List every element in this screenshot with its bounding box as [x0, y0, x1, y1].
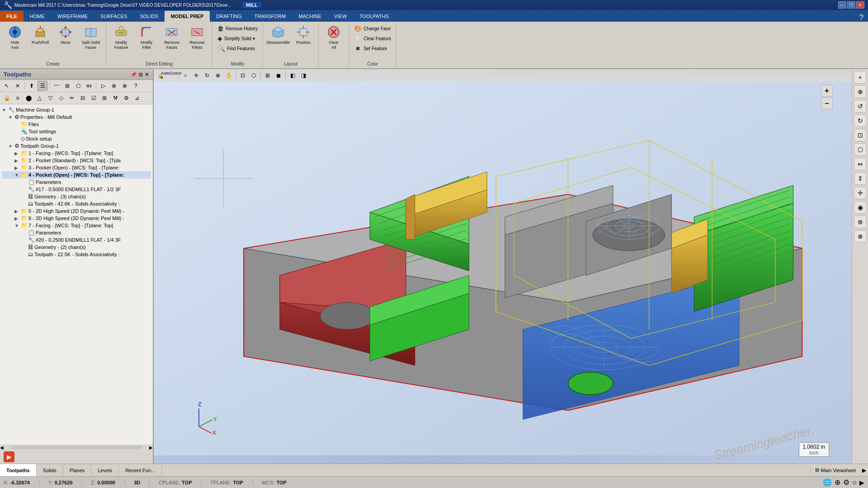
- panel-close-icon[interactable]: ✕: [145, 71, 149, 78]
- expand-icon[interactable]: ▼: [14, 223, 20, 228]
- vp-fit-button[interactable]: ⊡: [238, 70, 248, 80]
- tab-transform[interactable]: TRANSFORM: [248, 11, 292, 22]
- delete-button[interactable]: ✕: [13, 81, 23, 91]
- vp-front-button[interactable]: ◧: [288, 70, 297, 80]
- rt-btn-7[interactable]: ⇔: [854, 158, 867, 170]
- tab-solids-bottom[interactable]: Solids: [37, 464, 63, 476]
- select-tool-button[interactable]: ↖: [2, 81, 12, 91]
- extra-button[interactable]: ⊿: [132, 93, 142, 103]
- tab-model-prep[interactable]: MODEL PREP: [165, 11, 210, 22]
- tab-file[interactable]: FILE: [0, 11, 24, 22]
- tree-tp-7[interactable]: ▶ 🗂 Toolpath - 22.5K - Solids Associativ…: [2, 251, 151, 258]
- tab-planes-bottom[interactable]: Planes: [63, 464, 92, 476]
- tree-op-3[interactable]: ▶ 📁 3 - Pocket (Open) - [WCS: Top] - [Tp…: [2, 164, 151, 171]
- close-button[interactable]: ✕: [856, 1, 864, 9]
- tree-tool-17[interactable]: ▶ 🔧 #17 - 0.5000 ENDMILL1 FLAT - 1/2 3F: [2, 186, 151, 193]
- tab-home[interactable]: HOME: [24, 11, 51, 22]
- vp-shade-button[interactable]: ◼: [274, 70, 283, 80]
- modify-fillet-button[interactable]: ModifyFillet: [134, 23, 159, 52]
- zoom-in-button[interactable]: +: [821, 85, 833, 97]
- remove-fillets-button[interactable]: RemoveFillets: [185, 23, 209, 52]
- vp-wire-button[interactable]: ⊞: [263, 70, 273, 80]
- settings-status-icon[interactable]: ⚙: [843, 478, 849, 487]
- minimize-button[interactable]: —: [838, 1, 846, 9]
- tree-geo-4[interactable]: ▶ ⛓ Geometry - (3) chain(s): [2, 193, 151, 200]
- vp-move-button[interactable]: ✛: [191, 70, 201, 80]
- tree-op-7[interactable]: ▼ 📁 7 - Facing - [WCS: Top] - [Tplane: T…: [2, 222, 151, 229]
- path-button[interactable]: ⬡: [73, 81, 83, 91]
- expand-icon[interactable]: ⊕: [835, 478, 840, 487]
- tab-wireframe[interactable]: WIREFRAME: [51, 11, 94, 22]
- lock-button[interactable]: 🔒: [2, 93, 12, 103]
- tab-toolpaths[interactable]: TOOLPATHS: [353, 11, 395, 22]
- vp-select-button[interactable]: ○: [180, 70, 190, 80]
- layers-button[interactable]: ⊞: [62, 81, 72, 91]
- vp-pan-button[interactable]: ✋: [224, 70, 234, 80]
- tab-solids[interactable]: SOLIDS: [133, 11, 164, 22]
- tree-tp-4[interactable]: ▶ 🗂 Toolpath - 42.6K - Solids Associativ…: [2, 200, 151, 207]
- g1-button[interactable]: G1: [84, 81, 94, 91]
- rt-btn-5[interactable]: ⊡: [854, 129, 867, 141]
- restore-button[interactable]: ❐: [847, 1, 855, 9]
- panel-float-icon[interactable]: ⧉: [139, 71, 143, 78]
- expand-icon[interactable]: ▼: [14, 173, 20, 178]
- tree-tool-20[interactable]: ▶ 🔧 #20 - 0.2500 ENDMILL1 FLAT - 1/4 3F: [2, 236, 151, 244]
- help-button[interactable]: ?: [131, 81, 141, 91]
- rt-btn-3[interactable]: ↺: [854, 100, 867, 113]
- clear-all-button[interactable]: ClearAll: [321, 23, 346, 52]
- panel-pin-icon[interactable]: 📌: [130, 71, 137, 78]
- rt-btn-2[interactable]: ⊕: [854, 85, 867, 98]
- set-feature-button[interactable]: ◾ Set Feature: [352, 43, 393, 53]
- zoom-out-button[interactable]: −: [821, 98, 833, 109]
- expand-icon[interactable]: ▶: [14, 216, 20, 221]
- right-arrow-status-icon[interactable]: ▶: [859, 479, 864, 486]
- wave-button[interactable]: 〰: [52, 81, 61, 91]
- modify-feature-button[interactable]: ModifyFeature: [109, 23, 133, 52]
- clear-feature-button[interactable]: ◽ Clear Feature: [352, 33, 393, 43]
- scroll-track[interactable]: [11, 446, 142, 449]
- tab-surfaces[interactable]: SURFACES: [94, 11, 133, 22]
- position-button[interactable]: Position: [291, 23, 316, 47]
- tool-button[interactable]: ⚒: [110, 93, 120, 103]
- rt-btn-12[interactable]: ⊗: [854, 230, 867, 243]
- scroll-right-icon[interactable]: ▶: [149, 445, 153, 450]
- rt-btn-1[interactable]: +: [854, 71, 867, 84]
- tree-geo-7[interactable]: ▶ ⛓ Geometry - (2) chain(s): [2, 244, 151, 251]
- tree-op-1[interactable]: ▶ 📁 1 - Facing - [WCS: Top] - [Tplane: T…: [2, 150, 151, 157]
- expand-icon[interactable]: ▶: [14, 151, 20, 156]
- viewsheet-arrow[interactable]: ▶: [860, 467, 868, 474]
- tab-recent-bottom[interactable]: Recent Fun...: [119, 464, 162, 476]
- tree-files[interactable]: ▶ 📁 Files: [2, 121, 151, 128]
- scroll-left-icon[interactable]: ◀: [0, 445, 4, 450]
- tree-machine-group[interactable]: ▼ 🔧 Machine Group-1: [2, 106, 151, 113]
- multiselect-button[interactable]: ⊞: [99, 93, 109, 103]
- expand-icon[interactable]: ▼: [8, 115, 14, 120]
- vp-cursor-button[interactable]: AutoCursor ▾: [166, 70, 176, 80]
- rt-btn-8[interactable]: ⇕: [854, 172, 867, 185]
- tab-levels-bottom[interactable]: Levels: [91, 464, 119, 476]
- sim-button[interactable]: ▷: [98, 81, 108, 91]
- expand-icon[interactable]: ▶: [14, 158, 20, 163]
- vp-rotate-button[interactable]: ↻: [202, 70, 212, 80]
- rt-btn-10[interactable]: ◉: [854, 201, 867, 214]
- remove-faces-button[interactable]: RemoveFaces: [160, 23, 184, 52]
- play-button[interactable]: ▶: [4, 451, 14, 462]
- item1-button[interactable]: ⬤: [24, 93, 33, 103]
- arrow-down-sm-button[interactable]: ▽: [45, 93, 55, 103]
- remove-history-button[interactable]: 🗑 Remove History: [215, 23, 260, 33]
- expand-icon[interactable]: ▶: [14, 209, 20, 214]
- select-all-button[interactable]: ☰: [38, 81, 47, 91]
- grid-button[interactable]: ⊟: [78, 93, 88, 103]
- vp-zoom-button[interactable]: ⊕: [213, 70, 223, 80]
- rt-btn-4[interactable]: ↻: [854, 114, 867, 127]
- help-icon[interactable]: ?: [855, 14, 868, 22]
- setting2-button[interactable]: ⚙: [121, 93, 131, 103]
- rt-btn-6[interactable]: ⬡: [854, 143, 867, 156]
- tree-op-5[interactable]: ▶ 📁 5 - 2D High Speed (2D Dynamic Peel M…: [2, 207, 151, 215]
- tree-toolpath-group[interactable]: ▼ ⚙ Toolpath Group-1: [2, 142, 151, 150]
- expand-icon[interactable]: ▶: [14, 165, 20, 170]
- push-pull-button[interactable]: Push/Pull: [28, 23, 52, 47]
- highlight-button[interactable]: ⊗: [120, 81, 130, 91]
- edit-button[interactable]: ✏: [67, 93, 77, 103]
- tab-toolpaths-bottom[interactable]: Toolpaths: [0, 464, 37, 476]
